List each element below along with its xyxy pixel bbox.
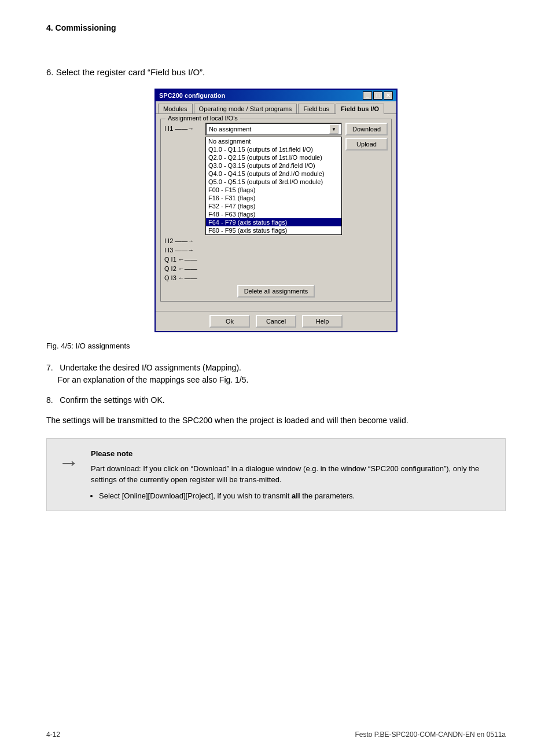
assignment-row-5: Q I2 ←—— bbox=[164, 265, 388, 272]
assignment-row-4: Q I1 ←—— bbox=[164, 256, 388, 263]
dropdown-item-3[interactable]: Q3.0 - Q3.15 (outputs of 2nd.field I/O) bbox=[206, 162, 341, 170]
tab-field-bus-io[interactable]: Field bus I/O bbox=[336, 104, 384, 114]
bottom-rows: I I2 ——→ I I3 ——→ Q I1 ←—— Q I2 ←—— Q bbox=[164, 237, 388, 281]
publication-info: Festo P.BE-SPC200-COM-CANDN-EN en 0511a bbox=[355, 731, 506, 739]
dropdown-item-1[interactable]: Q1.0 - Q1.15 (outputs of 1st.field I/O) bbox=[206, 145, 341, 153]
dropdown-list[interactable]: No assignment Q1.0 - Q1.15 (outputs of 1… bbox=[205, 137, 342, 235]
select-box[interactable]: No assignment ▼ bbox=[205, 123, 342, 135]
section-header: 4. Commissioning bbox=[46, 23, 506, 32]
note-box: → Please note Part download: If you clic… bbox=[46, 438, 506, 511]
delete-all-button[interactable]: Delete all assignments bbox=[237, 285, 315, 298]
dropdown-item-2[interactable]: Q2.0 - Q2.15 (outputs of 1st.I/O module) bbox=[206, 153, 341, 162]
bullet-end: the parameters. bbox=[300, 491, 355, 500]
page-footer: 4-12 Festo P.BE-SPC200-COM-CANDN-EN en 0… bbox=[46, 731, 506, 739]
arrow-icon: → bbox=[58, 450, 79, 475]
dropdown-item-4[interactable]: Q4.0 - Q4.15 (outputs of 2nd.I/O module) bbox=[206, 170, 341, 178]
dropdown-arrow[interactable]: ▼ bbox=[329, 124, 338, 134]
dialog-content: Assignment of local I/O’s I I1 ——→ No as… bbox=[156, 114, 396, 311]
side-buttons: Download Upload bbox=[345, 123, 388, 151]
ok-button[interactable]: Ok bbox=[209, 315, 250, 328]
bullet-bold: all bbox=[292, 491, 300, 500]
bullet-text: Select [Online][Download][Project], if y… bbox=[99, 491, 292, 500]
note-bullet-1: Select [Online][Download][Project], if y… bbox=[99, 490, 494, 502]
row-label-4: Q I1 ←—— bbox=[164, 256, 202, 263]
note-title: Please note bbox=[91, 448, 494, 460]
page-number: 4-12 bbox=[46, 731, 60, 739]
assignment-row-6: Q I3 ←—— bbox=[164, 274, 388, 281]
assignment-group: Assignment of local I/O’s I I1 ——→ No as… bbox=[160, 119, 392, 302]
step8-number: 8. bbox=[46, 395, 53, 405]
assignment-row-3: I I3 ——→ bbox=[164, 247, 388, 254]
dialog-wrapper: SPC200 configuration _ □ ✕ Modules Opera… bbox=[46, 89, 506, 332]
fig-caption: Fig. 4/5: I/O assignments bbox=[46, 342, 506, 350]
delete-btn-row: Delete all assignments bbox=[164, 285, 388, 298]
row-label-3: I I3 ——→ bbox=[164, 247, 202, 254]
maximize-button[interactable]: □ bbox=[373, 91, 382, 100]
close-button[interactable]: ✕ bbox=[384, 91, 393, 100]
upload-button[interactable]: Upload bbox=[345, 138, 388, 151]
step7: 7. Undertake the desired I/O assignments… bbox=[46, 362, 506, 386]
group-label: Assignment of local I/O’s bbox=[165, 115, 240, 122]
step8: 8. Confirm the settings with OK. bbox=[46, 394, 506, 406]
minimize-button[interactable]: _ bbox=[363, 91, 372, 100]
tab-modules[interactable]: Modules bbox=[158, 104, 193, 113]
dialog-title: SPC200 configuration bbox=[159, 92, 225, 99]
download-button[interactable]: Download bbox=[345, 123, 388, 135]
step7-text: Undertake the desired I/O assignments (M… bbox=[60, 363, 241, 372]
help-button[interactable]: Help bbox=[302, 315, 343, 328]
dropdown-item-11[interactable]: F80 - F95 (axis status flags) bbox=[206, 226, 341, 234]
note-content: Please note Part download: If you click … bbox=[91, 448, 494, 501]
row-label-1: I I1 ——→ bbox=[164, 123, 202, 132]
dialog-tabs: Modules Operating mode / Start programs … bbox=[156, 101, 396, 114]
step6-heading: 6. Select the register card “Field bus I… bbox=[46, 67, 506, 77]
cancel-button[interactable]: Cancel bbox=[256, 315, 296, 328]
spc200-dialog: SPC200 configuration _ □ ✕ Modules Opera… bbox=[154, 89, 398, 332]
paragraph: The settings will be transmitted to the … bbox=[46, 414, 506, 427]
row-label-5: Q I2 ←—— bbox=[164, 265, 202, 272]
tab-operating-mode[interactable]: Operating mode / Start programs bbox=[194, 104, 297, 113]
select-value: No assignment bbox=[209, 126, 251, 133]
row-label-6: Q I3 ←—— bbox=[164, 274, 202, 281]
dialog-title-buttons: _ □ ✕ bbox=[363, 91, 393, 100]
select-area: No assignment ▼ No assignment Q1.0 - Q1.… bbox=[205, 123, 342, 235]
dropdown-item-6[interactable]: F00 - F15 (flags) bbox=[206, 186, 341, 194]
dropdown-item-0[interactable]: No assignment bbox=[206, 137, 341, 145]
step7-number: 7. bbox=[46, 363, 53, 372]
dialog-footer: Ok Cancel Help bbox=[156, 311, 396, 331]
tab-field-bus[interactable]: Field bus bbox=[298, 104, 334, 113]
dropdown-item-5[interactable]: Q5.0 - Q5.15 (outputs of 3rd.I/O module) bbox=[206, 178, 341, 186]
assignment-row-2: I I2 ——→ bbox=[164, 237, 388, 244]
step7-text2: For an explanation of the mappings see a… bbox=[57, 375, 248, 384]
assignment-select-area: I I1 ——→ No assignment ▼ No assignment Q… bbox=[164, 123, 388, 235]
note-line1: Part download: If you click on “Download… bbox=[91, 463, 494, 486]
dialog-title-bar: SPC200 configuration _ □ ✕ bbox=[156, 90, 396, 101]
dropdown-item-9[interactable]: F48 - F63 (flags) bbox=[206, 210, 341, 218]
dropdown-item-7[interactable]: F16 - F31 (flags) bbox=[206, 194, 341, 202]
dropdown-item-10[interactable]: F64 - F79 (axis status flags) bbox=[206, 218, 341, 226]
row-label-2: I I2 ——→ bbox=[164, 237, 202, 244]
dropdown-item-8[interactable]: F32 - F47 (flags) bbox=[206, 202, 341, 210]
step8-text: Confirm the settings with OK. bbox=[60, 395, 164, 405]
note-bullets: Select [Online][Download][Project], if y… bbox=[91, 490, 494, 502]
